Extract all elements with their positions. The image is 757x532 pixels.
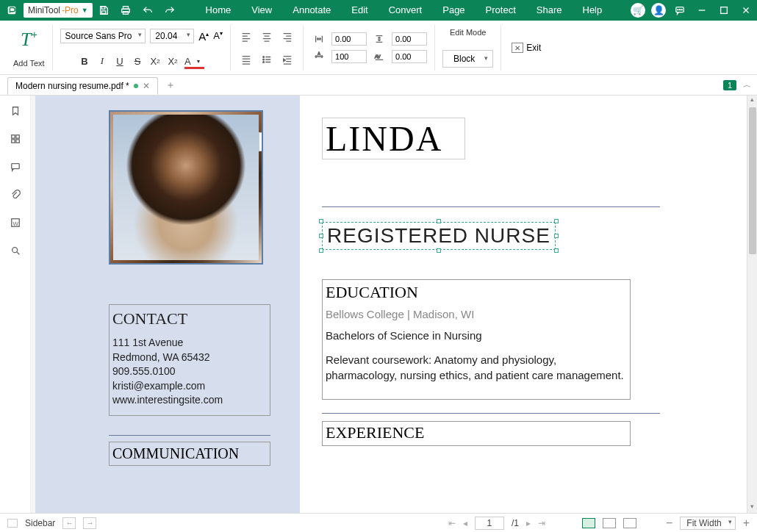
minimize-button[interactable] (691, 0, 713, 21)
zoom-out-icon[interactable]: − (666, 517, 672, 530)
continuous-view-icon[interactable] (623, 518, 636, 528)
add-tab-button[interactable]: ＋ (165, 79, 176, 92)
line-spacing-value[interactable]: 0.00 (392, 32, 427, 46)
resize-handle[interactable] (554, 219, 559, 223)
attachments-icon[interactable] (10, 190, 21, 203)
menu-edit[interactable]: Edit (341, 0, 378, 21)
word-spacing-value[interactable]: 0.00 (392, 50, 427, 63)
two-page-view-icon[interactable] (603, 518, 616, 528)
char-spacing-icon[interactable] (311, 32, 327, 46)
block-mode-select[interactable]: Block (442, 50, 493, 68)
sidebar-label[interactable]: Sidebar (25, 518, 55, 528)
menu-home[interactable]: Home (195, 0, 242, 21)
align-justify-icon[interactable] (238, 52, 254, 67)
decrease-font-icon[interactable]: A▾ (213, 30, 223, 41)
resize-handle[interactable] (319, 234, 323, 238)
scroll-up-icon[interactable]: ▴ (747, 96, 757, 106)
contact-section[interactable]: CONTACT 111 1st Avenue Redmond, WA 65432… (109, 304, 270, 416)
page-number-input[interactable]: 1 (475, 517, 504, 530)
search-icon[interactable] (10, 245, 21, 259)
comments-icon[interactable] (10, 162, 21, 175)
menu-help[interactable]: Help (573, 0, 613, 21)
close-button[interactable] (735, 0, 757, 21)
subscript-icon[interactable]: X2 (167, 56, 179, 67)
font-size-select[interactable]: 20.04 (150, 29, 194, 43)
underline-icon[interactable]: U (114, 56, 126, 67)
align-group (231, 25, 304, 71)
prev-page-icon[interactable]: ◂ (463, 518, 467, 528)
scroll-thumb[interactable] (749, 107, 756, 254)
vertical-scrollbar[interactable]: ▴ ▾ (747, 96, 757, 513)
bold-icon[interactable]: B (79, 56, 90, 67)
zoom-level-select[interactable]: Fit Width (680, 517, 735, 530)
exit-button[interactable]: ✕ Exit (509, 40, 544, 56)
document-viewport[interactable]: ✎ CONTACT 111 1st Avenue Redmond, WA 654… (31, 96, 747, 513)
experience-section[interactable]: EXPERIENCE (322, 421, 631, 446)
svg-rect-10 (721, 7, 728, 14)
resize-handle[interactable] (437, 248, 441, 253)
bookmark-icon[interactable] (10, 106, 21, 119)
resize-handle[interactable] (437, 219, 441, 223)
add-text-icon: T+ (21, 29, 37, 51)
svg-text:W: W (12, 220, 18, 227)
edit-image-icon[interactable]: ✎ (259, 132, 263, 151)
undo-icon[interactable] (137, 0, 159, 21)
resize-handle[interactable] (319, 219, 323, 223)
menu-share[interactable]: Share (526, 0, 573, 21)
resize-handle[interactable] (554, 248, 559, 253)
single-page-view-icon[interactable] (582, 518, 595, 528)
close-tab-icon[interactable]: ✕ (143, 81, 150, 91)
font-group: Source Sans Pro 20.04 A▴ A▾ B I U S X2 X… (53, 25, 231, 71)
resize-handle[interactable] (554, 234, 559, 238)
menu-annotate[interactable]: Annotate (282, 0, 341, 21)
font-family-select[interactable]: Source Sans Pro (60, 29, 146, 43)
menu-page[interactable]: Page (432, 0, 475, 21)
sidebar-toggle-icon[interactable] (7, 519, 18, 528)
line-spacing-icon[interactable] (371, 32, 387, 46)
role-text-selection[interactable]: REGISTERED NURSE (322, 222, 556, 250)
bullet-list-icon[interactable] (259, 52, 275, 67)
char-spacing-value[interactable]: 0.00 (331, 32, 367, 46)
align-center-icon[interactable] (259, 29, 275, 44)
indent-icon[interactable] (279, 52, 295, 67)
menu-protect[interactable]: Protect (476, 0, 526, 21)
redo-icon[interactable] (159, 0, 181, 21)
cart-icon[interactable]: 🛒 (631, 3, 645, 18)
communication-section[interactable]: COMMUNICATION (109, 442, 270, 466)
thumbnails-icon[interactable] (10, 134, 21, 147)
education-section[interactable]: EDUCATION Bellows College | Madison, WI … (322, 279, 631, 400)
save-icon[interactable] (93, 0, 115, 21)
file-tab[interactable]: Modern nursing resume.pdf * ✕ (7, 77, 158, 95)
next-page-icon[interactable]: ▸ (526, 518, 531, 528)
horiz-scale-value[interactable]: 100 (331, 50, 367, 63)
menu-convert[interactable]: Convert (378, 0, 433, 21)
word-export-icon[interactable]: W (10, 218, 21, 231)
first-page-icon[interactable]: ⇤ (448, 518, 456, 528)
superscript-icon[interactable]: X2 (149, 56, 161, 67)
italic-icon[interactable]: I (96, 55, 108, 67)
align-left-icon[interactable] (238, 29, 254, 44)
zoom-in-icon[interactable]: + (743, 517, 750, 530)
word-spacing-icon[interactable]: AV (371, 49, 387, 64)
name-text-block[interactable]: LINDA (322, 118, 465, 159)
increase-font-icon[interactable]: A▴ (198, 30, 209, 43)
feedback-icon[interactable] (669, 0, 691, 21)
print-icon[interactable] (115, 0, 137, 21)
align-right-icon[interactable] (279, 29, 295, 44)
horiz-scale-icon[interactable]: A (311, 49, 327, 64)
last-page-icon[interactable]: ⇥ (538, 518, 545, 528)
font-color-icon[interactable]: A▾ (184, 56, 204, 67)
app-name-dropdown[interactable]: MiniTool-Pro▼ (24, 3, 93, 18)
profile-photo[interactable]: ✎ (109, 110, 263, 265)
menu-view[interactable]: View (241, 0, 282, 21)
scroll-down-icon[interactable]: ▾ (747, 503, 757, 513)
next-view-button[interactable]: → (83, 517, 96, 529)
svg-rect-19 (15, 140, 18, 143)
resize-handle[interactable] (319, 248, 323, 253)
add-text-group[interactable]: T+ Add Text (6, 25, 53, 71)
strikethrough-icon[interactable]: S (132, 56, 143, 67)
account-icon[interactable]: 👤 (651, 3, 666, 18)
maximize-button[interactable] (713, 0, 735, 21)
prev-view-button[interactable]: ← (62, 517, 76, 529)
collapse-ribbon-icon[interactable]: ︿ (743, 79, 751, 90)
